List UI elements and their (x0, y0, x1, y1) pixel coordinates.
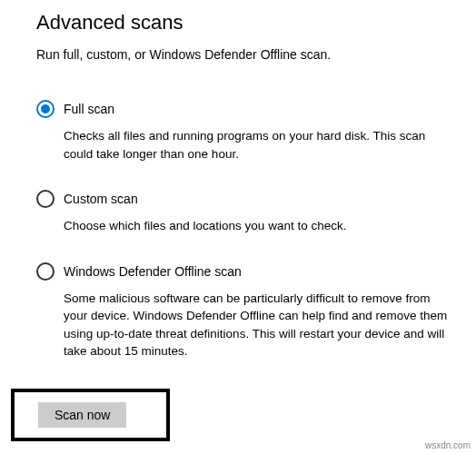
option-full-scan: Full scan Checks all files and running p… (36, 100, 449, 163)
option-desc: Checks all files and running programs on… (64, 127, 449, 163)
option-custom-scan: Custom scan Choose which files and locat… (36, 190, 449, 235)
option-label: Custom scan (64, 192, 138, 206)
option-desc: Some malicious software can be particula… (64, 290, 449, 360)
option-label: Windows Defender Offline scan (64, 264, 242, 279)
scan-now-highlight: Scan now (11, 389, 170, 441)
radio-custom-scan[interactable]: Custom scan (36, 190, 449, 208)
radio-icon (36, 262, 55, 281)
radio-icon (36, 100, 55, 118)
radio-full-scan[interactable]: Full scan (36, 100, 449, 118)
radio-offline-scan[interactable]: Windows Defender Offline scan (36, 262, 449, 281)
radio-icon (36, 190, 55, 208)
option-offline-scan: Windows Defender Offline scan Some malic… (36, 262, 449, 360)
option-desc: Choose which files and locations you wan… (64, 217, 449, 235)
option-label: Full scan (64, 102, 114, 116)
page-title: Advanced scans (36, 11, 449, 35)
watermark: wsxdn.com (425, 440, 471, 450)
scan-now-button[interactable]: Scan now (38, 402, 126, 428)
page-subtitle: Run full, custom, or Windows Defender Of… (36, 47, 449, 62)
